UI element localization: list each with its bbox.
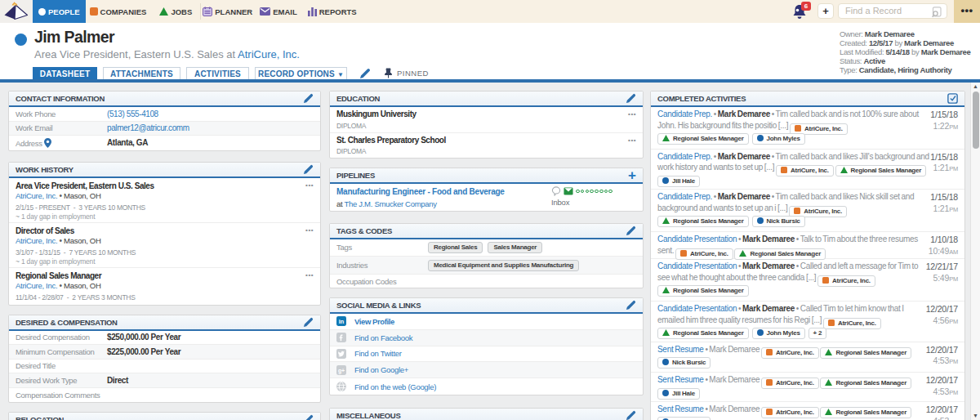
svg-text:in: in	[339, 318, 344, 325]
svg-text:g+: g+	[338, 367, 345, 373]
